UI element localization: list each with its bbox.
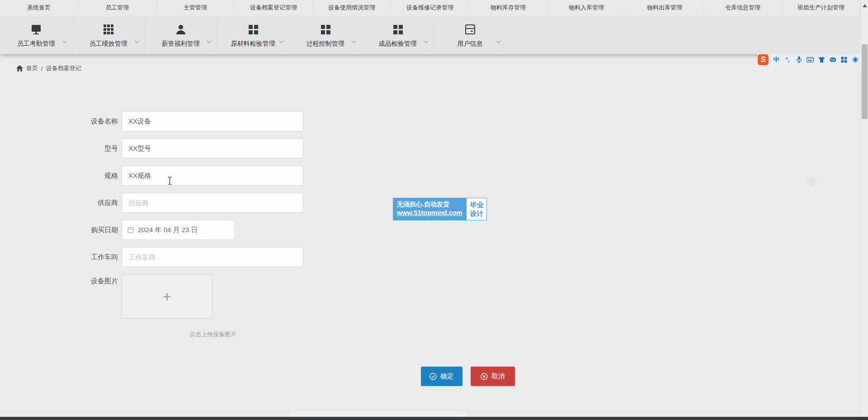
breadcrumb-home[interactable]: 首页: [26, 64, 38, 72]
grid-2x2-icon: [392, 22, 404, 37]
confirm-button[interactable]: 确定: [421, 367, 462, 386]
purchase-date-label: 购买日期: [68, 226, 118, 234]
punctuation-icon[interactable]: °,: [784, 56, 791, 63]
form-row-model: 型号: [68, 138, 868, 158]
menu-raw-material-inspection[interactable]: 原材料检验管理: [217, 16, 289, 54]
tab-material-outbound[interactable]: 物料出库管理: [626, 0, 704, 15]
chevron-down-icon: [496, 39, 501, 43]
chevron-down-icon: [207, 39, 212, 43]
form-actions: 确定 取消: [68, 367, 868, 386]
watermark-text: 无须担心.自动发货 www.51topmind.com: [393, 198, 466, 220]
menu-label: 用户信息: [458, 40, 483, 48]
tab-device-repair[interactable]: 设备维修记录管理: [391, 0, 469, 15]
spec-input[interactable]: [122, 166, 303, 186]
settings-icon[interactable]: [852, 56, 859, 63]
chevron-down-icon: [135, 39, 139, 43]
keyboard-icon[interactable]: [807, 56, 814, 63]
scroll-up-arrow-icon[interactable]: [863, 4, 867, 7]
microphone-icon[interactable]: [795, 56, 802, 63]
menu-finished-inspection[interactable]: 成品检验管理: [362, 16, 434, 54]
app-window: 系统首页 员工管理 主管管理 设备档案登记管理 设备使用情况管理 设备维修记录管…: [0, 0, 868, 420]
form-row-workshop: 工作车间: [68, 247, 868, 267]
bottom-edge-bar: [0, 417, 868, 420]
grid-3x3-icon: [103, 22, 114, 37]
breadcrumb-separator: /: [41, 65, 43, 72]
spec-label: 规格: [68, 172, 118, 180]
menu-label: 过程控制管理: [307, 40, 344, 48]
cancel-button[interactable]: 取消: [471, 367, 515, 386]
form-row-purchase-date: 购买日期 2024 年 04 月 23 日: [68, 220, 868, 240]
purchase-date-picker[interactable]: 2024 年 04 月 23 日: [122, 220, 235, 240]
toolbox-icon[interactable]: [840, 56, 848, 63]
purchase-date-value: 2024 年 04 月 23 日: [138, 226, 198, 234]
sogou-logo-icon[interactable]: S: [758, 54, 769, 65]
model-input[interactable]: [122, 138, 303, 158]
device-image-label: 设备图片: [68, 274, 118, 286]
menu-user-info[interactable]: 用户信息: [434, 16, 506, 54]
form-row-spec: 规格: [68, 166, 868, 186]
grid-2x2-icon: [320, 22, 331, 37]
ime-toolbar[interactable]: S 中 °,: [758, 54, 862, 65]
menu-label: 成品检验管理: [379, 40, 417, 48]
tab-supervisor-mgmt[interactable]: 主管管理: [156, 0, 235, 15]
tab-material-inbound[interactable]: 物料入库管理: [547, 0, 626, 15]
tab-system-home[interactable]: 系统首页: [0, 0, 78, 15]
primary-menu: 系统首页 员工管理 主管管理 设备档案登记管理 设备使用情况管理 设备维修记录管…: [0, 0, 868, 15]
chevron-down-icon: [352, 39, 356, 43]
monitor-icon: [30, 22, 42, 37]
breadcrumb-current: 设备档案登记: [46, 64, 81, 72]
home-icon[interactable]: [16, 65, 23, 72]
text-cursor: [167, 177, 172, 187]
menu-process-control[interactable]: 过程控制管理: [289, 16, 362, 54]
plus-icon: +: [163, 289, 172, 304]
model-label: 型号: [68, 144, 118, 153]
watermark-badge-line2: 设计: [470, 209, 483, 218]
form-row-device-image: 设备图片 +: [68, 274, 868, 319]
watermark-badge: 毕业 设计: [466, 198, 487, 220]
chinese-mode-icon[interactable]: 中: [773, 56, 780, 63]
main-navigation: 系统首页 员工管理 主管管理 设备档案登记管理 设备使用情况管理 设备维修记录管…: [0, 0, 868, 54]
tab-team-plan[interactable]: 班组生产计划管理: [782, 0, 860, 15]
watermark-ad[interactable]: 无须担心.自动发货 www.51topmind.com 毕业 设计: [393, 198, 487, 220]
skin-icon[interactable]: [818, 56, 825, 63]
device-name-input[interactable]: [122, 111, 303, 131]
menu-label: 原材料检验管理: [231, 40, 275, 48]
menu-label: 员工考勤管理: [17, 40, 55, 48]
tab-employee-mgmt[interactable]: 员工管理: [78, 0, 156, 15]
form-row-device-name: 设备名称: [68, 111, 868, 131]
chevron-down-icon: [62, 39, 67, 43]
tab-device-usage[interactable]: 设备使用情况管理: [313, 0, 391, 15]
card-icon: [464, 22, 476, 37]
tab-material-stock[interactable]: 物料库存管理: [469, 0, 547, 15]
workshop-label: 工作车间: [68, 253, 118, 262]
person-icon: [175, 22, 187, 37]
supplier-input[interactable]: [122, 193, 303, 213]
menu-label: 薪资福利管理: [162, 40, 200, 48]
image-upload-dropzone[interactable]: +: [122, 274, 212, 319]
tab-warehouse-info[interactable]: 仓库信息管理: [704, 0, 782, 15]
emoji-icon[interactable]: [829, 56, 836, 63]
chevron-down-icon: [424, 39, 429, 43]
device-name-label: 设备名称: [68, 117, 118, 126]
watermark-line1: 无须担心.自动发货: [397, 200, 462, 209]
upload-hint-text: 点击上传设备图片: [189, 330, 868, 339]
watermark-badge-line1: 毕业: [470, 200, 483, 209]
watermark-url[interactable]: www.51topmind.com: [397, 209, 462, 217]
horizontal-scrollbar[interactable]: [0, 410, 860, 417]
workshop-input[interactable]: [122, 247, 303, 267]
supplier-label: 供应商: [68, 199, 118, 207]
chevron-down-icon: [279, 39, 284, 43]
menu-label: 员工绩效管理: [90, 40, 127, 48]
x-circle-icon: [481, 373, 488, 380]
menu-performance[interactable]: 员工绩效管理: [72, 16, 145, 54]
cancel-button-label: 取消: [491, 372, 505, 381]
vertical-scrollbar-thumb[interactable]: [862, 44, 868, 119]
device-register-form: 设备名称 型号 规格 供应商 购买日期 2024 年 04 月 23 日: [68, 111, 868, 386]
close-icon[interactable]: ✕: [807, 178, 815, 185]
breadcrumb: 首页 / 设备档案登记: [0, 54, 868, 72]
check-circle-icon: [429, 373, 437, 380]
menu-attendance[interactable]: 员工考勤管理: [0, 16, 72, 54]
menu-salary[interactable]: 薪资福利管理: [145, 16, 217, 54]
tab-device-archive[interactable]: 设备档案登记管理: [235, 0, 313, 15]
horizontal-scrollbar-thumb[interactable]: [289, 411, 466, 417]
